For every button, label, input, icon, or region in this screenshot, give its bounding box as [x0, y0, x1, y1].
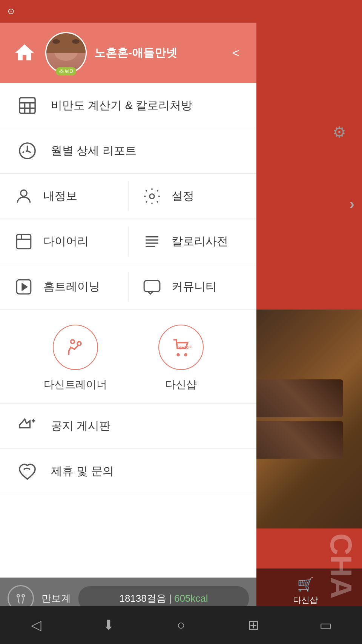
cha-text: CHA [324, 533, 362, 599]
diary-icon [11, 229, 36, 254]
svg-point-18 [177, 354, 179, 356]
svg-point-17 [77, 342, 81, 345]
cart-icon: 🛒 [297, 576, 314, 592]
separator: | [169, 593, 174, 604]
my-info-icon [11, 184, 36, 208]
svg-point-23 [17, 595, 20, 597]
nav-down-button[interactable]: ⬇ [72, 606, 145, 644]
svg-point-24 [22, 595, 25, 597]
community-label: 커뮤니티 [172, 279, 217, 294]
notice-board-label: 공지 게시판 [51, 418, 110, 434]
svg-marker-14 [22, 283, 26, 290]
nav-apps-button[interactable]: ▭ [290, 606, 362, 644]
menu-item-home-training[interactable]: 홈트레이닝 [0, 264, 128, 309]
community-icon [140, 274, 164, 299]
dashin-shop-label: 다신샵 [165, 377, 197, 392]
dashin-trainer-icon [53, 325, 98, 370]
avatar-container[interactable]: 초보D [45, 32, 87, 74]
menu-row-info-settings: 내정보 설정 [0, 174, 256, 219]
status-bar-left: ⊙ [8, 0, 14, 23]
home-training-icon [11, 274, 36, 299]
svg-rect-8 [17, 234, 31, 249]
side-drawer: 초보D 노혼혼-애들만넷 < 비만도 계산기 & 칼로리처방 [0, 23, 256, 619]
svg-rect-15 [144, 280, 160, 291]
svg-point-7 [149, 194, 154, 199]
bg-arrow-icon: › [350, 196, 354, 213]
home-icon [13, 42, 36, 64]
nav-home-button[interactable]: ○ [145, 606, 217, 644]
home-training-label: 홈트레이닝 [43, 279, 100, 294]
beginner-badge: 초보D [56, 67, 76, 75]
pedometer-label: 만보계 [41, 592, 71, 605]
menu-item-calorie-dict[interactable]: 칼로리사전 [128, 219, 256, 264]
food-box-1 [253, 379, 343, 417]
menu-row-diary-calorie: 다이어리 칼로리사전 [0, 219, 256, 264]
avatar-face [46, 33, 86, 72]
dashin-shop-item[interactable]: SHOP 다신샵 [128, 325, 234, 392]
settings-icon [140, 184, 164, 208]
menu-item-diary[interactable]: 다이어리 [0, 219, 128, 264]
bottom-nav: ◁ ⬇ ○ ⊞ ▭ [0, 606, 362, 644]
notice-board-icon [15, 414, 40, 438]
svg-point-16 [71, 340, 75, 344]
menu-item-notice-board[interactable]: 공지 게시판 [0, 404, 256, 449]
back-button[interactable]: < [226, 43, 245, 62]
menu-item-community[interactable]: 커뮤니티 [128, 264, 256, 309]
menu-item-monthly-report[interactable]: 월별 상세 리포트 [0, 128, 256, 174]
menu-item-settings[interactable]: 설정 [128, 174, 256, 219]
svg-rect-0 [20, 98, 35, 113]
monthly-report-icon [15, 139, 40, 163]
menu-row-training-community: 홈트레이닝 커뮤니티 [0, 264, 256, 310]
svg-point-6 [20, 190, 27, 196]
drawer-header: 초보D 노혼혼-애들만넷 < [0, 23, 256, 83]
kcal-count: 605kcal [174, 593, 208, 604]
bg-settings-icon: ⚙ [328, 121, 351, 143]
dashin-trainer-item[interactable]: 다신트레이너 [23, 325, 128, 392]
user-name: 노혼혼-애들만넷 [94, 45, 219, 61]
menu-item-partnership[interactable]: 제휴 및 문의 [0, 449, 256, 494]
diary-label: 다이어리 [43, 234, 89, 249]
obesity-calc-label: 비만도 계산기 & 칼로리처방 [51, 98, 192, 113]
nav-back-button[interactable]: ◁ [0, 606, 72, 644]
home-button[interactable] [11, 40, 38, 66]
dashin-trainer-label: 다신트레이너 [44, 377, 107, 392]
calorie-dict-label: 칼로리사전 [172, 234, 228, 249]
settings-label: 설정 [172, 188, 194, 204]
cart-label: 다신샵 [293, 595, 318, 606]
food-box-2 [253, 421, 343, 459]
svg-text:SHOP: SHOP [178, 345, 192, 350]
menu-item-my-info[interactable]: 내정보 [0, 174, 128, 219]
my-info-label: 내정보 [43, 188, 77, 204]
pedometer-steps: 18138걸음 | 605kcal [119, 593, 208, 604]
calorie-dict-icon [140, 229, 164, 254]
partnership-label: 제휴 및 문의 [51, 464, 114, 479]
step-count: 18138걸음 [119, 593, 166, 604]
partnership-icon [15, 459, 40, 484]
svg-point-19 [185, 354, 187, 356]
nav-menu-button[interactable]: ⊞ [217, 606, 290, 644]
menu-list: 비만도 계산기 & 칼로리처방 월별 상세 리포트 [0, 83, 256, 578]
monthly-report-label: 월별 상세 리포트 [51, 143, 137, 159]
menu-item-obesity-calc[interactable]: 비만도 계산기 & 칼로리처방 [0, 83, 256, 128]
circle-icons-row: 다신트레이너 SHOP 다신샵 [0, 310, 256, 404]
app-icon: ⊙ [8, 6, 14, 16]
dashin-shop-icon: SHOP [158, 325, 204, 370]
obesity-calc-icon [15, 93, 40, 118]
